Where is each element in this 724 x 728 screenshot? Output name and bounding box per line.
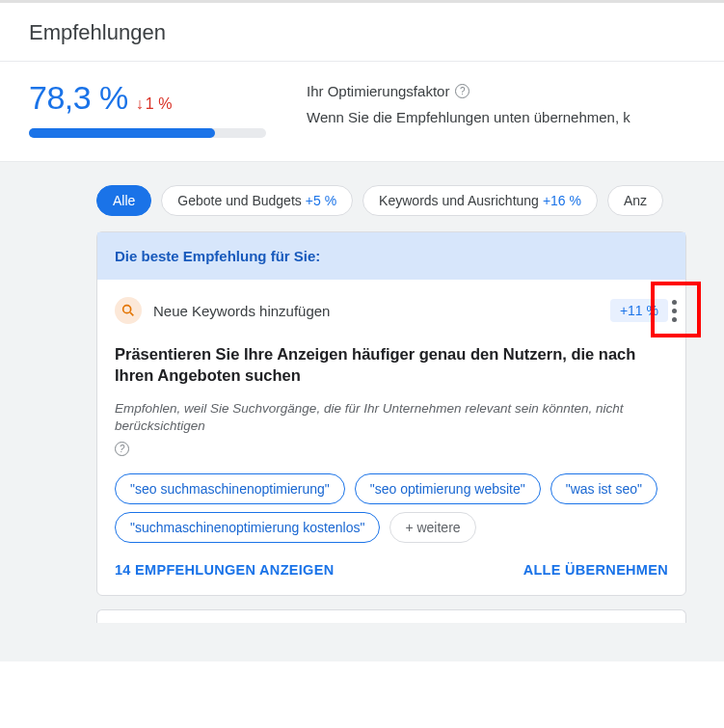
- chip-uplift: +5 %: [306, 193, 336, 208]
- optimization-description: Wenn Sie die Empfehlungen unten übernehm…: [307, 109, 695, 125]
- apply-all-link[interactable]: ALLE ÜBERNEHMEN: [523, 562, 668, 578]
- view-recommendations-link[interactable]: 14 EMPFEHLUNGEN ANZEIGEN: [115, 562, 334, 578]
- optimization-label-text: Ihr Optimierungsfaktor: [307, 83, 449, 99]
- banner-text: Die beste Empfehlung für Sie:: [115, 248, 668, 264]
- keyword-chip-more[interactable]: + weitere: [389, 512, 475, 543]
- card-title: Neue Keywords hinzufügen: [153, 303, 599, 319]
- filter-chip-bids-budgets[interactable]: Gebote und Budgets +5 %: [161, 185, 353, 216]
- card-headline: Präsentieren Sie Ihre Anzeigen häufiger …: [115, 343, 668, 387]
- page-title: Empfehlungen: [0, 3, 724, 61]
- svg-point-0: [123, 306, 131, 313]
- chip-label: Gebote und Budgets: [177, 193, 301, 208]
- progress-fill: [29, 128, 215, 138]
- keyword-chip[interactable]: "seo suchmaschinenoptimierung": [115, 473, 345, 504]
- filter-chips-row: Alle Gebote und Budgets +5 % Keywords un…: [0, 185, 724, 216]
- next-card-peek: [96, 609, 686, 623]
- card-reason: Empfohlen, weil Sie Suchvorgänge, die fü…: [115, 400, 668, 457]
- keyword-chip[interactable]: "was ist seo": [550, 473, 657, 504]
- help-icon[interactable]: ?: [115, 442, 129, 456]
- card-reason-text: Empfohlen, weil Sie Suchvorgänge, die fü…: [115, 400, 668, 437]
- chip-label: Anz: [624, 193, 647, 208]
- more-options-button[interactable]: [657, 289, 691, 332]
- svg-line-1: [130, 312, 133, 315]
- score-delta: ↓ 1 %: [136, 95, 173, 113]
- search-icon: [115, 297, 142, 324]
- keyword-chips: "seo suchmaschinenoptimierung" "seo opti…: [115, 473, 668, 543]
- score-delta-value: 1 %: [146, 95, 173, 113]
- optimization-score-section: 78,3 % ↓ 1 % Ihr Optimierungsfaktor ? We…: [0, 62, 724, 161]
- card-banner: Die beste Empfehlung für Sie:: [97, 232, 685, 280]
- filter-chip-keywords-targeting[interactable]: Keywords und Ausrichtung +16 %: [362, 185, 598, 216]
- chip-uplift: +16 %: [543, 193, 581, 208]
- recommendations-area: Alle Gebote und Budgets +5 % Keywords un…: [0, 162, 724, 661]
- keyword-chip[interactable]: "suchmaschinenoptimierung kostenlos": [115, 512, 380, 543]
- recommendation-card: Die beste Empfehlung für Sie: Neue Keywo…: [96, 231, 686, 596]
- keyword-chip[interactable]: "seo optimierung website": [355, 473, 541, 504]
- arrow-down-icon: ↓: [136, 96, 144, 112]
- score-value: 78,3 %: [29, 79, 128, 117]
- progress-bar: [29, 128, 266, 138]
- filter-chip-all[interactable]: Alle: [96, 185, 151, 216]
- chip-label: Keywords und Ausrichtung: [379, 193, 539, 208]
- help-icon[interactable]: ?: [455, 84, 469, 98]
- card-footer: 14 EMPFEHLUNGEN ANZEIGEN ALLE ÜBERNEHMEN: [97, 558, 685, 595]
- optimization-label: Ihr Optimierungsfaktor ?: [307, 83, 695, 99]
- filter-chip-ads[interactable]: Anz: [607, 185, 663, 216]
